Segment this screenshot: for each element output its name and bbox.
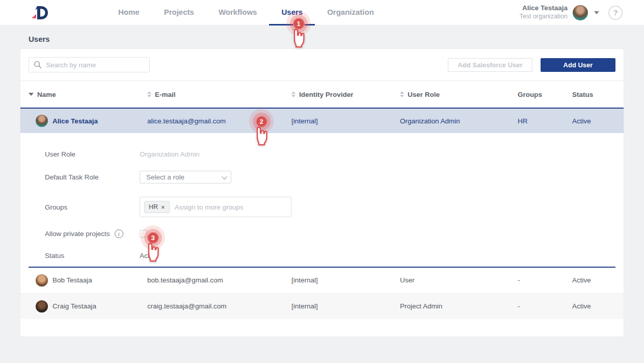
user-name: Alice Testaaja [52, 117, 98, 125]
column-label: Name [37, 91, 56, 98]
column-header-groups: Groups [518, 91, 572, 98]
user-email: bob.testaaja@gmail.com [147, 276, 291, 284]
user-name-cell: Alice Testaaja [29, 115, 147, 127]
status-value: Active [140, 252, 158, 260]
column-label: Groups [518, 91, 542, 98]
label-text: Allow private projects [45, 230, 110, 238]
main-nav: Home Projects Workflows Users Organizati… [106, 0, 386, 25]
user-groups: HR [518, 117, 572, 125]
sort-both-icon [147, 91, 151, 97]
identity-provider: [internal] [291, 302, 400, 310]
column-header-email[interactable]: E-mail [147, 91, 291, 98]
users-toolbar: Add Salesforce User Add User [20, 49, 624, 81]
info-icon[interactable]: i [115, 229, 123, 238]
sort-both-icon [291, 91, 296, 97]
remove-chip-icon[interactable]: × [161, 203, 165, 211]
sort-desc-icon [29, 93, 34, 96]
search-box[interactable] [29, 57, 150, 72]
avatar [36, 115, 48, 127]
default-task-role-label: Default Task Role [45, 173, 140, 181]
table-row-craig[interactable]: Craig Testaaja craig.testaaja@gmail.com … [20, 294, 624, 319]
add-user-button[interactable]: Add User [541, 58, 615, 72]
add-salesforce-user-button[interactable]: Add Salesforce User [448, 58, 532, 72]
status-badge: Active [572, 276, 615, 284]
user-groups: - [518, 302, 572, 310]
nav-workflows[interactable]: Workflows [206, 0, 270, 25]
column-header-name[interactable]: Name [29, 91, 147, 98]
column-label: Status [572, 91, 593, 98]
allow-private-projects-label: Allow private projects i [45, 229, 140, 238]
group-chip-hr: HR × [144, 201, 170, 213]
search-input[interactable] [46, 61, 145, 69]
nav-projects[interactable]: Projects [152, 0, 206, 25]
nav-users[interactable]: Users [269, 0, 315, 25]
user-email: craig.testaaja@gmail.com [147, 302, 291, 310]
account-avatar[interactable] [573, 5, 588, 20]
column-header-user-role[interactable]: User Role [400, 91, 518, 98]
user-role-label: User Role [45, 150, 140, 158]
users-card: Add Salesforce User Add User Name E-mail… [20, 49, 624, 336]
sort-both-icon [400, 91, 404, 97]
user-name-cell: Bob Testaaja [29, 274, 147, 287]
user-role: User [400, 276, 518, 284]
user-name: Bob Testaaja [52, 276, 92, 284]
column-header-status: Status [572, 91, 615, 98]
identity-provider: [internal] [291, 276, 400, 284]
avatar [36, 300, 48, 313]
groups-label: Groups [45, 203, 140, 211]
chevron-down-icon [222, 173, 227, 179]
brand-logo-icon [28, 4, 50, 21]
user-role: Organization Admin [400, 117, 518, 125]
table-header-row: Name E-mail Identity Provider User Role … [20, 81, 624, 108]
user-email: alice.testaaja@gmail.com [147, 117, 291, 125]
page-title: Users [29, 35, 644, 43]
groups-placeholder: Assign to more groups [175, 203, 244, 211]
search-icon [34, 61, 42, 69]
user-detail-panel: User Role Organization Admin Default Tas… [20, 133, 624, 268]
nav-home[interactable]: Home [106, 0, 152, 25]
account-name: Alice Testaaja [519, 4, 568, 13]
column-label: E-mail [155, 91, 176, 98]
help-icon[interactable]: ? [608, 6, 623, 20]
user-name: Craig Testaaja [52, 302, 96, 310]
user-groups: - [518, 276, 572, 284]
default-task-role-select[interactable]: Select a role [140, 171, 231, 184]
top-navigation-bar: Home Projects Workflows Users Organizati… [0, 0, 644, 25]
allow-private-projects-checkbox[interactable] [140, 230, 147, 238]
user-name-cell: Craig Testaaja [29, 300, 147, 313]
nav-organization[interactable]: Organization [315, 0, 386, 25]
column-label: User Role [408, 91, 440, 98]
status-badge: Active [572, 302, 615, 310]
column-label: Identity Provider [299, 91, 354, 98]
app-logo[interactable] [28, 4, 51, 21]
column-header-identity-provider[interactable]: Identity Provider [291, 91, 400, 98]
user-role-value: Organization Admin [140, 150, 200, 158]
select-placeholder: Select a role [146, 173, 184, 181]
user-role: Project Admin [400, 302, 518, 310]
chip-label: HR [149, 203, 158, 211]
groups-multiselect-input[interactable]: HR × Assign to more groups [140, 197, 291, 217]
account-menu-caret-icon[interactable] [594, 11, 599, 14]
identity-provider: [internal] [291, 117, 400, 125]
status-badge: Active [572, 117, 615, 125]
status-label: Status [45, 252, 140, 260]
table-row-bob[interactable]: Bob Testaaja bob.testaaja@gmail.com [int… [20, 268, 624, 293]
table-row-alice[interactable]: Alice Testaaja alice.testaaja@gmail.com … [20, 108, 624, 133]
account-info: Alice Testaaja Test organization [519, 4, 568, 21]
avatar [36, 274, 48, 287]
account-organization: Test organization [519, 13, 568, 21]
